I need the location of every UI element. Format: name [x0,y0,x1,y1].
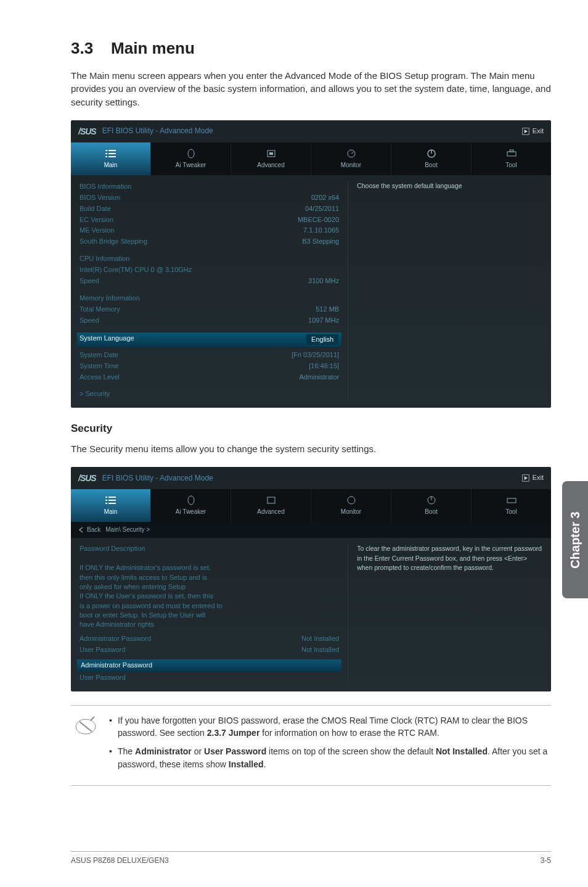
system-language-row[interactable]: System Language English [77,332,341,347]
list-icon [105,495,116,505]
tool-icon [506,495,517,505]
ec-version-value: MBECE-0020 [298,215,339,225]
power-icon [426,495,437,505]
tool-icon [506,149,517,159]
chapter-tab: Chapter 3 [562,481,588,598]
ec-version-label: EC Version [80,215,113,225]
svg-rect-6 [108,156,116,157]
exit-button[interactable]: Exit [522,126,544,136]
asus-logo: /SUS [78,125,96,138]
sb-stepping-label: South Bridge Stepping [80,237,147,247]
note-item: If you have forgotten your BIOS password… [109,714,549,740]
build-date-value: 04/25/2011 [305,204,339,214]
svg-point-24 [348,497,355,504]
note-item: The Administrator or User Password items… [109,745,549,770]
bios-help-pane: Choose the system default language [348,181,542,399]
exit-button[interactable]: Exit [522,473,544,483]
build-date-label: Build Date [80,204,111,214]
exit-icon [522,474,529,482]
svg-rect-19 [108,500,116,501]
breadcrumb: Main\ Security > [105,526,150,535]
list-icon [105,149,116,159]
user-password-item[interactable]: User Password [80,673,339,683]
tab-tool[interactable]: Tool [472,489,551,522]
page-footer: ASUS P8Z68 DELUXE/GEN3 3-5 [71,851,551,866]
cpu-speed-value: 3100 MHz [308,276,339,286]
svg-rect-9 [269,152,273,155]
pw-desc-line: then this only limits access to Setup an… [80,573,339,582]
footer-left: ASUS P8Z68 DELUXE/GEN3 [71,856,169,866]
svg-rect-5 [105,156,107,157]
mouse-icon [186,495,197,505]
access-level-label: Access Level [80,373,120,382]
svg-rect-20 [105,503,107,504]
asus-logo: /SUS [78,472,96,484]
pw-desc-line: If ONLY the User's password is set, then… [80,592,339,601]
security-submenu[interactable]: > Security [80,389,339,399]
back-button[interactable]: Back [78,526,100,535]
monitor-icon [346,149,357,159]
user-pw-value: Not Installed [301,645,339,655]
svg-rect-27 [507,498,516,503]
svg-rect-13 [507,152,516,156]
svg-rect-3 [105,153,107,154]
pw-desc-line: only asked for when entering Setup [80,582,339,592]
bios-version-label: BIOS Version [80,193,120,203]
tab-main[interactable]: Main [71,142,151,175]
admin-pw-value: Not Installed [301,634,339,644]
svg-rect-23 [267,497,275,503]
user-pw-label: User Password [80,645,126,655]
tab-boot[interactable]: Boot [391,489,472,522]
exit-label: Exit [533,126,544,136]
bios-title: EFI BIOS Utility - Advanced Mode [102,126,213,136]
note-icon [73,714,98,777]
memory-speed-value: 1097 MHz [308,316,339,326]
bios-security-screenshot: /SUS EFI BIOS Utility - Advanced Mode Ex… [71,467,551,691]
svg-rect-17 [108,497,116,498]
security-heading: Security [71,421,551,437]
tab-main[interactable]: Main [71,489,151,522]
tab-boot[interactable]: Boot [391,142,472,175]
exit-icon [522,128,529,135]
me-version-value: 7.1.10.1065 [303,226,339,236]
back-arrow-icon [78,527,84,533]
memory-speed-label: Speed [80,316,99,326]
system-time-value: [16:46:15] [309,361,339,371]
section-heading: 3.3 Main menu [71,37,551,60]
system-date-label[interactable]: System Date [80,350,118,360]
bios-title: EFI BIOS Utility - Advanced Mode [102,473,213,484]
tab-advanced[interactable]: Advanced [231,142,311,175]
security-intro: The Security menu items allow you to cha… [71,442,551,456]
memory-information-label: Memory Information [80,294,140,303]
bios-version-value: 0202 x64 [311,193,339,203]
system-time-label[interactable]: System Time [80,361,119,371]
chip-icon [266,149,277,159]
svg-rect-1 [105,150,107,151]
cpu-speed-label: Speed [80,276,99,286]
monitor-icon [346,495,357,505]
tab-monitor[interactable]: Monitor [311,142,391,175]
access-level-value: Administrator [299,373,339,382]
admin-pw-label: Administrator Password [80,634,151,644]
mouse-icon [186,149,197,159]
section-title: Main menu [111,39,195,57]
system-language-label: System Language [80,334,134,346]
bios-main-screenshot: /SUS EFI BIOS Utility - Advanced Mode Ex… [71,120,551,408]
intro-paragraph: The Main menu screen appears when you en… [71,69,551,109]
tab-advanced[interactable]: Advanced [231,489,311,522]
tab-ai-tweaker[interactable]: Ai Tweaker [151,489,231,522]
exit-label: Exit [533,473,544,483]
tab-monitor[interactable]: Monitor [311,489,391,522]
tab-ai-tweaker[interactable]: Ai Tweaker [151,142,231,175]
administrator-password-item[interactable]: Administrator Password [77,659,341,672]
pw-desc-line: have Administrator rights [80,620,339,629]
svg-rect-4 [108,153,116,154]
svg-point-7 [188,149,194,158]
power-icon [426,149,437,159]
tab-tool[interactable]: Tool [472,142,551,175]
cpu-model: Intel(R) Core(TM) CPU 0 @ 3.10GHz [80,265,192,275]
chapter-label: Chapter 3 [566,511,584,568]
system-date-value: [Fri 03/25/2011] [292,350,339,360]
bios-information-label: BIOS Information [80,182,131,192]
pw-desc-line: boot or enter Setup. In Setup the User w… [80,611,339,620]
